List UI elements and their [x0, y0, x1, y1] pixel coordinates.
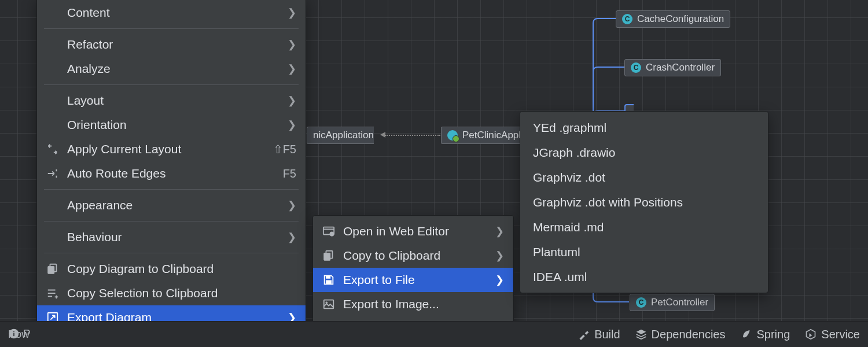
chevron-right-icon: ❯	[288, 199, 296, 212]
copy-icon	[45, 261, 60, 276]
format-idea-uml[interactable]: IDEA .uml	[520, 264, 768, 289]
format-graphviz-dot-positions[interactable]: Graphviz .dot with Positions	[520, 190, 768, 215]
chevron-right-icon: ❯	[288, 119, 296, 131]
spring-class-icon	[447, 130, 458, 141]
node-cache-configuration[interactable]: C CacheConfiguration	[616, 10, 730, 28]
chevron-right-icon: ❯	[288, 62, 296, 75]
node-petclinic-application-left[interactable]: nicApplication	[307, 127, 374, 144]
context-menu-main: Content❯ Refactor❯ Analyze❯ Layout❯ Orie…	[36, 0, 306, 334]
menu-apply-current-layout[interactable]: Apply Current Layout⇧F5	[37, 137, 306, 161]
menu-open-web-editor[interactable]: Open in Web Editor❯	[313, 219, 513, 243]
node-pet-controller[interactable]: C PetController	[630, 294, 715, 311]
menu-copy-selection-clipboard[interactable]: Copy Selection to Clipboard	[37, 281, 306, 305]
arrow-icon	[380, 132, 385, 138]
svg-rect-8	[326, 280, 331, 284]
menu-refactor[interactable]: Refactor❯	[37, 32, 306, 57]
svg-rect-1	[48, 266, 54, 274]
svg-rect-6	[324, 253, 330, 260]
auto-route-icon	[45, 166, 60, 181]
format-mermaid-md[interactable]: Mermaid .md	[520, 215, 768, 239]
hammer-icon	[578, 328, 590, 340]
svg-rect-15	[13, 333, 14, 336]
svg-rect-16	[13, 331, 14, 332]
class-icon: C	[636, 297, 646, 308]
menu-export-to-file[interactable]: Export to File❯	[313, 268, 513, 292]
chevron-right-icon: ❯	[495, 249, 504, 262]
menu-separator	[44, 84, 299, 85]
class-icon: C	[622, 14, 632, 24]
menu-separator	[44, 189, 299, 190]
format-jgraph-drawio[interactable]: JGraph .drawio	[520, 140, 768, 165]
menu-behaviour[interactable]: Behaviour❯	[37, 225, 306, 249]
format-graphviz-dot[interactable]: Graphviz .dot	[520, 165, 768, 190]
image-icon	[321, 297, 336, 312]
web-icon	[321, 224, 336, 239]
svg-point-4	[330, 232, 334, 236]
dependency-edge	[385, 135, 440, 136]
node-label: PetController	[651, 297, 708, 308]
info-icon	[8, 328, 20, 339]
chevron-right-icon: ❯	[288, 6, 296, 19]
chevron-right-icon: ❯	[288, 38, 296, 51]
class-icon: C	[631, 62, 641, 73]
tab-services[interactable]: Service	[805, 328, 860, 341]
copy-selection-icon	[45, 286, 60, 301]
node-crash-controller[interactable]: C CrashController	[624, 59, 721, 76]
menu-copy-clipboard[interactable]: Copy to Clipboard❯	[313, 243, 513, 268]
menu-copy-diagram-clipboard[interactable]: Copy Diagram to Clipboard	[37, 257, 306, 281]
chevron-right-icon: ❯	[288, 231, 296, 243]
problems-tab-partial[interactable]: P	[8, 327, 31, 340]
node-label: PetClinicAppl	[462, 130, 521, 141]
menu-content[interactable]: Content❯	[37, 1, 306, 25]
hexagon-icon	[805, 328, 816, 340]
menu-appearance[interactable]: Appearance❯	[37, 193, 306, 217]
tab-spring[interactable]: Spring	[740, 328, 790, 341]
save-icon	[321, 272, 336, 287]
copy-icon	[321, 248, 336, 263]
format-plantuml[interactable]: Plantuml	[520, 239, 768, 264]
chevron-right-icon: ❯	[288, 94, 296, 107]
menu-analyze[interactable]: Analyze❯	[37, 57, 306, 81]
layers-icon	[635, 328, 647, 340]
menu-separator	[44, 253, 299, 253]
menu-separator	[44, 221, 299, 222]
menu-separator	[44, 28, 299, 29]
node-label: CrashController	[646, 62, 715, 73]
apply-layout-icon	[45, 142, 60, 157]
context-menu-file-formats: YEd .graphml JGraph .drawio Graphviz .do…	[520, 111, 768, 293]
tab-build[interactable]: Build	[578, 328, 620, 341]
format-yed-graphml[interactable]: YEd .graphml	[520, 115, 768, 140]
svg-rect-7	[326, 276, 330, 279]
svg-point-10	[326, 302, 328, 304]
menu-layout[interactable]: Layout❯	[37, 88, 306, 113]
node-label: CacheConfiguration	[637, 13, 724, 25]
menu-orientation[interactable]: Orientation❯	[37, 113, 306, 137]
node-petclinic-application-tests[interactable]: PetClinicAppl	[441, 127, 527, 144]
menu-auto-route-edges[interactable]: Auto Route EdgesF5	[37, 161, 306, 186]
chevron-right-icon: ❯	[495, 274, 504, 286]
node-label: nicApplication	[313, 130, 374, 141]
bottom-tool-bar: Pow Build Dependencies Spring Service	[0, 321, 868, 347]
spring-leaf-icon	[740, 328, 752, 340]
menu-export-to-image[interactable]: Export to Image...	[313, 292, 513, 316]
tab-dependencies[interactable]: Dependencies	[635, 328, 726, 341]
chevron-right-icon: ❯	[495, 225, 504, 238]
